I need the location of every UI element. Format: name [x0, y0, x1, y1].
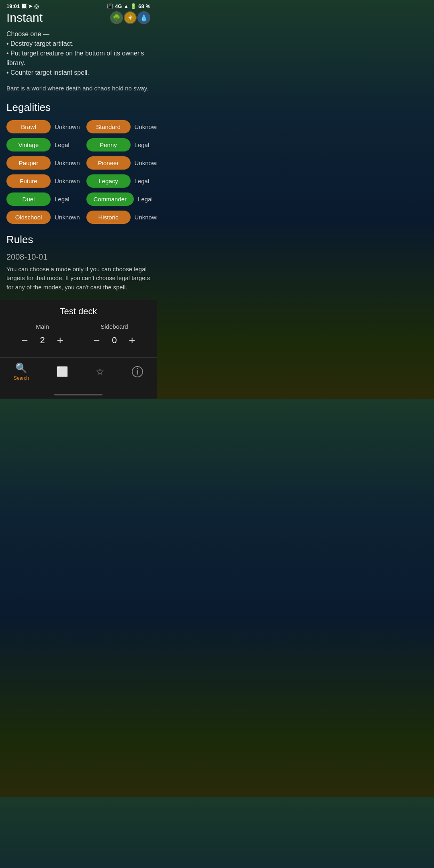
duel-status: Legal: [55, 196, 70, 203]
legality-oldschool: Oldschool Unknown: [6, 211, 80, 224]
deck-controls: Main − 2 + Sideboard − 0 +: [6, 323, 150, 348]
sideboard-decrement-button[interactable]: −: [90, 333, 103, 348]
test-deck-section: Test deck Main − 2 + Sideboard − 0 +: [0, 300, 157, 357]
legality-pauper: Pauper Unknown: [6, 156, 80, 170]
favorites-icon: ☆: [96, 366, 104, 377]
mana-icons: 🌳 ☀ 💧: [110, 11, 150, 24]
card-text-line1: Destroy target artifact.: [10, 40, 74, 47]
penny-status: Legal: [135, 141, 149, 148]
main-count: 2: [38, 335, 47, 346]
oldschool-badge: Oldschool: [6, 211, 51, 224]
main-decrement-button[interactable]: −: [18, 333, 31, 348]
status-vibrate-icon: 📳: [107, 3, 113, 9]
legality-historic: Historic Unknown: [86, 211, 157, 224]
main-deck-column: Main − 2 +: [18, 323, 67, 348]
status-photo-icon: 🖼: [21, 3, 27, 9]
main-increment-button[interactable]: +: [54, 333, 67, 348]
status-bar: 19:01 🖼 ➤ ◎ 📳 4G ▲ 🔋 68 %: [0, 0, 157, 11]
status-circle-icon: ◎: [34, 3, 39, 9]
brawl-badge: Brawl: [6, 120, 51, 133]
vintage-status: Legal: [55, 141, 70, 148]
sideboard-count: 0: [110, 335, 119, 346]
test-deck-title: Test deck: [6, 306, 150, 317]
nav-search[interactable]: 🔍 Search: [6, 361, 37, 383]
card-type-header: Instant 🌳 ☀ 💧: [6, 11, 150, 25]
home-indicator: [0, 391, 157, 399]
nav-browse[interactable]: ⬜: [48, 364, 76, 379]
legacy-badge: Legacy: [86, 174, 131, 188]
content-area: Instant 🌳 ☀ 💧 Choose one — • Destroy tar…: [0, 11, 157, 399]
historic-badge: Historic: [86, 211, 131, 224]
card-text: Choose one — • Destroy target artifact. …: [6, 29, 150, 78]
sideboard-column: Sideboard − 0 +: [90, 323, 139, 348]
card-text-line3: Counter target instant spell.: [10, 69, 89, 76]
legality-future: Future Unknown: [6, 174, 80, 188]
pioneer-status: Unknown: [135, 160, 157, 166]
mana-blue-icon: 💧: [137, 11, 150, 24]
main-label: Main: [36, 323, 49, 330]
status-time: 19:01: [6, 3, 20, 9]
standard-badge: Standard: [86, 120, 131, 133]
browse-icon: ⬜: [56, 366, 68, 377]
legality-brawl: Brawl Unknown: [6, 120, 80, 133]
rules-section: Rules 2008-10-01 You can choose a mode o…: [6, 233, 150, 292]
pauper-status: Unknown: [55, 160, 80, 166]
status-battery-icon: 🔋: [130, 3, 137, 9]
legacy-status: Legal: [135, 178, 149, 184]
legality-vintage: Vintage Legal: [6, 138, 80, 151]
rules-date: 2008-10-01: [6, 252, 150, 262]
main-counter-row: − 2 +: [18, 333, 67, 348]
flavor-text: Bant is a world where death and chaos ho…: [6, 84, 150, 93]
home-bar: [54, 394, 102, 395]
future-status: Unknown: [55, 178, 80, 184]
historic-status: Unknown: [135, 214, 157, 221]
search-label: Search: [14, 375, 29, 381]
status-nav-icon: ➤: [28, 3, 33, 9]
commander-badge: Commander: [86, 192, 134, 206]
status-battery: 68 %: [138, 3, 150, 9]
duel-badge: Duel: [6, 192, 51, 206]
future-badge: Future: [6, 174, 51, 188]
legalities-title: Legalities: [6, 101, 150, 114]
search-icon: 🔍: [15, 362, 27, 374]
oldschool-status: Unknown: [55, 214, 80, 221]
legality-standard: Standard Unknown: [86, 120, 157, 133]
mana-yellow-icon: ☀: [124, 11, 137, 24]
card-text-line2: Put target creature on the bottom of its…: [6, 50, 144, 66]
status-network: 4G: [115, 3, 122, 9]
pioneer-badge: Pioneer: [86, 156, 131, 170]
brawl-status: Unknown: [55, 123, 80, 130]
legality-pioneer: Pioneer Unknown: [86, 156, 157, 170]
sideboard-label: Sideboard: [100, 323, 128, 330]
rules-text: You can choose a mode only if you can ch…: [6, 265, 150, 292]
bottom-nav: 🔍 Search ⬜ ☆ i: [0, 357, 157, 391]
rules-title: Rules: [6, 233, 150, 246]
info-icon: i: [132, 366, 143, 377]
mana-green-icon: 🌳: [110, 11, 123, 24]
nav-favorites[interactable]: ☆: [88, 364, 113, 379]
nav-info[interactable]: i: [124, 364, 151, 379]
sideboard-increment-button[interactable]: +: [126, 333, 139, 348]
legality-duel: Duel Legal: [6, 192, 80, 206]
penny-badge: Penny: [86, 138, 131, 151]
sideboard-counter-row: − 0 +: [90, 333, 139, 348]
status-signal-icon: ▲: [123, 3, 129, 9]
standard-status: Unknown: [135, 123, 157, 130]
commander-status: Legal: [138, 196, 153, 203]
legality-commander: Commander Legal: [86, 192, 157, 206]
legality-penny: Penny Legal: [86, 138, 157, 151]
legality-legacy: Legacy Legal: [86, 174, 157, 188]
card-type-label: Instant: [6, 11, 43, 25]
legalities-grid: Brawl Unknown Standard Unknown Vintage L…: [6, 120, 150, 224]
pauper-badge: Pauper: [6, 156, 51, 170]
vintage-badge: Vintage: [6, 138, 51, 151]
